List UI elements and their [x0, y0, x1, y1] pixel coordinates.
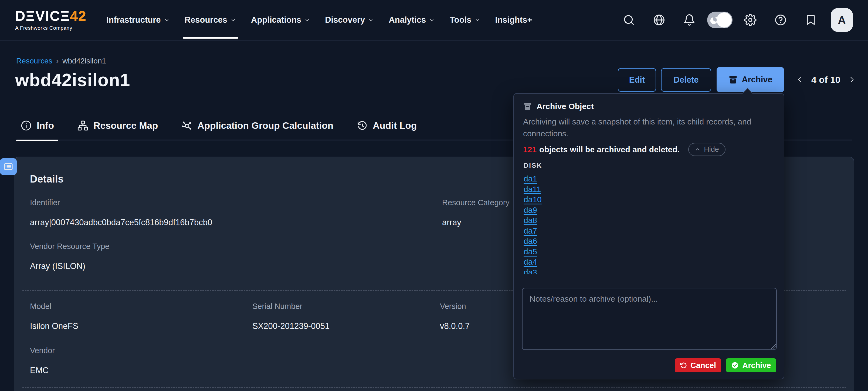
resource-category-label: Resource Category [442, 198, 509, 207]
check-circle-icon [731, 362, 739, 369]
model-label: Model [30, 302, 51, 311]
main-menu: Infrastructure Resources Applications Di… [99, 0, 539, 40]
archive-box-icon [523, 102, 532, 111]
info-icon [21, 120, 32, 131]
breadcrumb: Resources › wbd42isilon1 [16, 57, 106, 65]
nav-item-tools[interactable]: Tools [442, 0, 488, 40]
archive-count: 121 [523, 145, 536, 154]
chevron-left-icon[interactable] [796, 76, 804, 84]
identifier-value: array|0007430adbc0bda7ce5fc816b9df16b7bc… [30, 218, 212, 228]
nav-item-insights[interactable]: Insights+ [488, 0, 539, 40]
cancel-button[interactable]: Cancel [675, 358, 721, 372]
notifications-button[interactable] [674, 0, 705, 40]
search-icon [623, 14, 635, 26]
user-avatar[interactable]: A [831, 8, 853, 32]
disk-link[interactable]: da10 [524, 194, 542, 205]
nav-item-infrastructure[interactable]: Infrastructure [99, 0, 177, 40]
search-button[interactable] [614, 0, 644, 40]
archive-box-icon [728, 75, 738, 85]
record-pager: 4 of 10 [796, 71, 856, 89]
vendor-value: EMC [30, 366, 49, 375]
chevron-down-icon [429, 17, 435, 23]
disk-link[interactable]: da11 [524, 184, 541, 195]
logo-wordmark: DΞVICΞ42 [15, 9, 87, 23]
archive-button[interactable]: Archive [717, 67, 784, 92]
history-icon [356, 120, 368, 131]
tab-audit-log[interactable]: Audit Log [356, 111, 417, 140]
serial-number-label: Serial Number [252, 302, 302, 311]
disk-link[interactable]: da3 [524, 267, 537, 274]
bell-icon [683, 14, 695, 26]
page-title: wbd42isilon1 [15, 70, 130, 90]
chevron-right-icon[interactable] [847, 76, 856, 84]
confirm-archive-button[interactable]: Archive [726, 358, 776, 372]
popover-title: Archive Object [536, 102, 594, 111]
chevron-up-icon [695, 147, 701, 153]
archive-count-message: objects will be archived and deleted. [539, 145, 680, 154]
disk-link[interactable]: da6 [524, 236, 537, 246]
model-value: Isilon OneFS [30, 321, 78, 331]
nav-item-applications[interactable]: Applications [244, 0, 318, 40]
question-icon [774, 14, 787, 26]
nav-item-analytics[interactable]: Analytics [381, 0, 442, 40]
disk-link-list: da1 da11 da10 da9 da8 da7 da6 da5 da4 da… [524, 174, 631, 274]
chevron-down-icon [230, 17, 237, 23]
breadcrumb-current: wbd42isilon1 [62, 57, 106, 65]
top-navbar: DΞVICΞ42 A Freshworks Company Infrastruc… [0, 0, 868, 40]
disk-link[interactable]: da1 [524, 174, 537, 184]
popover-description: Archiving will save a snapshot of this i… [523, 116, 774, 139]
tab-application-group-calculation[interactable]: Application Group Calculation [181, 111, 333, 140]
navbar-actions: A [614, 0, 853, 40]
undo-icon [680, 362, 687, 369]
vendor-label: Vendor [30, 346, 55, 355]
version-label: Version [440, 302, 466, 311]
breadcrumb-separator: › [56, 57, 59, 65]
settings-button[interactable] [735, 0, 766, 40]
vendor-resource-type-label: Vendor Resource Type [30, 242, 110, 251]
toggle-knob [717, 12, 732, 28]
disk-link[interactable]: da7 [524, 226, 537, 236]
hide-button[interactable]: Hide [688, 143, 725, 156]
nav-item-resources[interactable]: Resources [177, 0, 244, 40]
vendor-resource-type-value: Array (ISILON) [30, 261, 85, 271]
chevron-down-icon [163, 17, 170, 23]
details-heading: Details [30, 173, 64, 185]
logo-tagline: A Freshworks Company [15, 25, 87, 31]
list-icon [3, 162, 13, 172]
version-value: v8.0.0.7 [440, 321, 470, 331]
sitemap-icon [77, 120, 89, 131]
bookmark-button[interactable] [796, 0, 826, 40]
disk-link[interactable]: da9 [524, 205, 537, 215]
molecule-icon [181, 120, 192, 131]
archive-notes-input[interactable] [522, 288, 777, 350]
archive-popover: Archive Object Archiving will save a sna… [513, 93, 784, 380]
divider [22, 387, 846, 388]
delete-button[interactable]: Delete [661, 68, 711, 92]
disk-link[interactable]: da4 [524, 257, 537, 267]
disk-section-label: DISK [524, 162, 542, 169]
serial-number-value: SX200-201239-0051 [252, 321, 330, 331]
tab-info[interactable]: Info [21, 111, 54, 140]
theme-toggle[interactable] [707, 11, 733, 28]
identifier-label: Identifier [30, 198, 60, 207]
disk-link[interactable]: da8 [524, 215, 537, 226]
disk-link[interactable]: da5 [524, 246, 537, 257]
resource-category-value: array [442, 218, 461, 228]
help-button[interactable] [766, 0, 796, 40]
device42-logo[interactable]: DΞVICΞ42 A Freshworks Company [15, 9, 87, 31]
breadcrumb-resources-link[interactable]: Resources [16, 57, 52, 65]
logo-42: 42 [70, 8, 87, 24]
chevron-down-icon [368, 17, 374, 23]
globe-icon [653, 14, 665, 26]
chevron-down-icon [304, 17, 310, 23]
nav-item-discovery[interactable]: Discovery [318, 0, 381, 40]
language-button[interactable] [644, 0, 674, 40]
chevron-down-icon [474, 17, 481, 23]
gear-icon [744, 14, 756, 26]
bookmark-icon [805, 14, 817, 26]
tab-resource-map[interactable]: Resource Map [77, 111, 158, 140]
pager-text: 4 of 10 [811, 74, 840, 85]
side-panel-toggle[interactable] [0, 158, 17, 175]
edit-button[interactable]: Edit [618, 68, 656, 92]
